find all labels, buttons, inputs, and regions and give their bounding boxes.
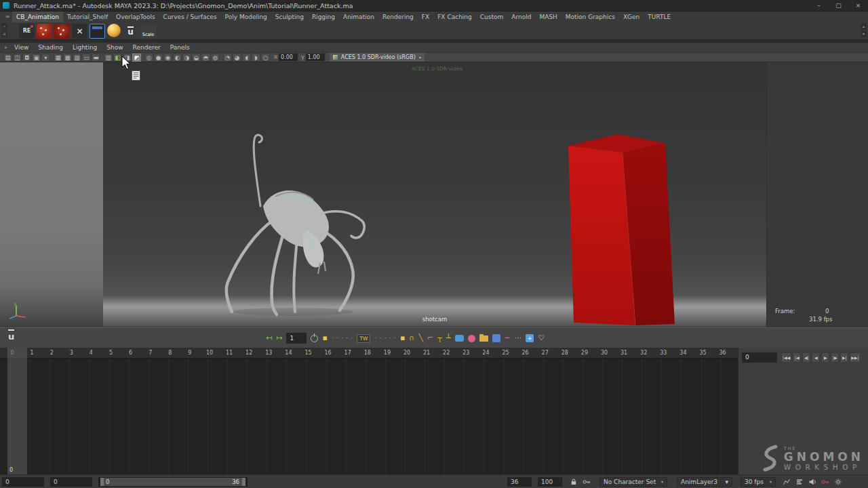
- shelf-tab-mash[interactable]: MASH: [535, 12, 561, 22]
- key-range-icon[interactable]: [581, 477, 591, 487]
- key-tick-left-icon[interactable]: ▪: [322, 333, 327, 343]
- dope-sheet-icon[interactable]: [794, 477, 804, 487]
- isolate-select-icon[interactable]: ◕: [233, 54, 241, 62]
- lock-range-icon[interactable]: [568, 477, 578, 487]
- gate-mask-icon[interactable]: ▥: [104, 54, 113, 62]
- anim-prefs-icon[interactable]: [833, 477, 843, 487]
- exposure-icon[interactable]: ¤: [274, 54, 277, 60]
- tw-button[interactable]: TW: [357, 334, 370, 343]
- animation-start-field[interactable]: 0: [2, 477, 44, 487]
- panel-menu-show[interactable]: Show: [102, 44, 127, 51]
- film-gate-icon[interactable]: ▭: [82, 54, 91, 62]
- shaded-mode-icon[interactable]: ●: [154, 54, 163, 62]
- step-forward-icon[interactable]: ↦: [276, 333, 282, 343]
- re-shelf-button[interactable]: RE: [19, 24, 35, 39]
- shelf-side-menu-icon[interactable]: ≡: [1, 30, 7, 37]
- play-backwards-button[interactable]: ◀: [812, 352, 820, 363]
- power-icon[interactable]: [311, 335, 318, 342]
- camera-attributes-icon[interactable]: ▣: [32, 54, 41, 62]
- scale-shelf-icon[interactable]: Scale: [140, 24, 156, 39]
- character-set-dropdown[interactable]: No Character Set ▾: [599, 477, 667, 487]
- character-key-icon[interactable]: +: [526, 334, 534, 342]
- shadows-icon[interactable]: ◑: [182, 54, 191, 62]
- window-shelf-icon[interactable]: [90, 24, 105, 39]
- range-handle-left[interactable]: [100, 478, 104, 486]
- textured-mode-icon[interactable]: ◉: [163, 54, 172, 62]
- step-forward-frame-button[interactable]: ▶|: [840, 352, 848, 363]
- creature-model[interactable]: [218, 130, 374, 320]
- shelf-tab-fx[interactable]: FX: [418, 12, 433, 22]
- time-ruler[interactable]: 0123456789101112131415161718192021222324…: [0, 348, 738, 359]
- camera-select-icon[interactable]: ◫: [13, 54, 22, 62]
- range-slider[interactable]: 0 36: [98, 477, 248, 487]
- playback-start-field[interactable]: 0: [50, 477, 92, 487]
- shelf-tab-poly-modeling[interactable]: Poly Modeling: [221, 12, 271, 22]
- playhead[interactable]: 0: [7, 348, 27, 474]
- red-box-model[interactable]: [566, 133, 681, 327]
- shelf-tab-tutorial-shelf[interactable]: Tutorial_Shelf: [63, 12, 112, 22]
- u-logo-icon[interactable]: u: [8, 331, 14, 342]
- animation-end-field[interactable]: 100: [538, 477, 562, 487]
- record-icon[interactable]: [468, 335, 475, 342]
- panel-menu-panels[interactable]: Panels: [165, 44, 195, 51]
- speaker-icon[interactable]: [807, 477, 817, 487]
- rig-shelf-icon-1[interactable]: [37, 24, 52, 39]
- wave-icon[interactable]: ∼: [505, 333, 511, 343]
- wireframe-icon[interactable]: ◎: [144, 54, 153, 62]
- time-slider[interactable]: 0123456789101112131415161718192021222324…: [0, 348, 738, 474]
- bookmarks-icon[interactable]: ▾: [41, 54, 50, 62]
- current-frame-field[interactable]: 1: [286, 333, 307, 344]
- multisample-aa-icon[interactable]: ◍: [211, 54, 220, 62]
- gamma-field[interactable]: 1.00: [306, 54, 325, 61]
- viewport[interactable]: y ACES 1.0 SDR-video shotcam: [0, 62, 868, 327]
- panel-menu-lighting[interactable]: Lighting: [68, 44, 102, 51]
- playback-end-field[interactable]: 36: [507, 477, 532, 487]
- anchor-end-icon[interactable]: ┴: [446, 333, 451, 343]
- panel-menu-renderer[interactable]: Renderer: [128, 44, 165, 51]
- fps-dropdown[interactable]: 30 fps ▾: [741, 477, 776, 487]
- shelf-tab-motion-graphics[interactable]: Motion Graphics: [561, 12, 619, 22]
- anim-layer-dropdown[interactable]: AnimLayer3 ▾: [677, 477, 732, 487]
- plugin-shapes-icon[interactable]: ○: [261, 54, 270, 62]
- shelf-tab-overlaptools[interactable]: OverlapTools: [112, 12, 159, 22]
- step-back-frame-button[interactable]: |◀: [793, 352, 801, 363]
- shelf-tab-fx-caching[interactable]: FX Caching: [433, 12, 476, 22]
- more-options-icon[interactable]: ···: [515, 333, 522, 343]
- play-forwards-button[interactable]: ▶: [821, 352, 829, 363]
- shelf-menu-icon[interactable]: ≡: [3, 12, 12, 22]
- range-fill[interactable]: [100, 478, 245, 486]
- favorite-icon[interactable]: ♡: [538, 333, 545, 343]
- shelf-scroll-up-icon[interactable]: ▴: [861, 23, 867, 30]
- gamma-icon[interactable]: γ: [301, 54, 304, 60]
- delete-shelf-icon[interactable]: ×: [72, 24, 87, 39]
- tangent-stepped-icon[interactable]: ⌐: [427, 333, 433, 343]
- grease-pencil-icon[interactable]: ▨: [73, 54, 81, 62]
- xray-icon[interactable]: ◖: [242, 54, 251, 62]
- auto-key-icon[interactable]: [820, 477, 830, 487]
- rig-shelf-icon-2[interactable]: [54, 24, 70, 39]
- shelf-tab-sculpting[interactable]: Sculpting: [271, 12, 308, 22]
- screen-space-ao-icon[interactable]: ◒: [192, 54, 201, 62]
- panel-menu-shading[interactable]: Shading: [33, 44, 68, 51]
- lighting-icon[interactable]: ◐: [173, 54, 182, 62]
- motion-blur-icon[interactable]: ◓: [201, 54, 210, 62]
- chat-icon[interactable]: [455, 335, 464, 342]
- colorspace-dropdown[interactable]: ACES 1.0 SDR-video (sRGB) ▾: [330, 53, 425, 62]
- tangent-linear-icon[interactable]: ╲: [418, 333, 423, 343]
- tick-dots-left[interactable]: · · · · ·: [332, 333, 353, 343]
- camera-lock-icon[interactable]: ◘: [22, 54, 31, 62]
- shelf-tab-rigging[interactable]: Rigging: [308, 12, 339, 22]
- shelf-tab-rendering[interactable]: Rendering: [378, 12, 418, 22]
- viewport-left-mask[interactable]: y: [0, 62, 103, 327]
- shelf-tab-animation[interactable]: Animation: [339, 12, 378, 22]
- viewport-right-mask[interactable]: Frame: 0 31.9 fps: [766, 62, 868, 327]
- minimize-button[interactable]: –: [809, 0, 829, 11]
- step-back-icon[interactable]: ↤: [266, 333, 272, 343]
- step-back-key-button[interactable]: ◀|: [802, 352, 810, 363]
- tick-dots-right[interactable]: · · · · ·: [374, 333, 395, 343]
- resolution-gate-icon[interactable]: ▬: [92, 54, 100, 62]
- shelf-tab-curves-surfaces[interactable]: Curves / Surfaces: [159, 12, 221, 22]
- range-handle-right[interactable]: [242, 478, 245, 486]
- shelf-tab-turtle[interactable]: TURTLE: [644, 12, 675, 22]
- shelf-tab-cb-animation[interactable]: CB_Animation: [12, 12, 63, 22]
